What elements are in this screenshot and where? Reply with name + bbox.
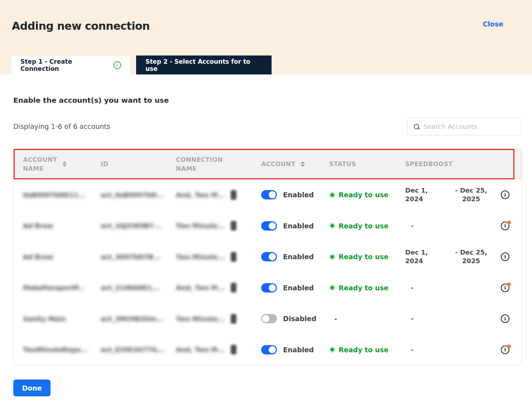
speedboost-cell: -: [405, 284, 499, 292]
toggle-knob: [262, 315, 269, 322]
account-name-cell-redacted: Ad Brew: [23, 222, 101, 229]
notification-dot: [507, 282, 511, 286]
table-row: Ad Brew act_34J33E9B7... Two Minute... E…: [14, 211, 522, 242]
account-name-cell-redacted: MakePassportP...: [23, 284, 101, 291]
status-dot-icon: [329, 192, 335, 198]
status-label: Ready to use: [339, 191, 388, 199]
step-tabs: Step 1 - Create Connection ✓ Step 2 - Se…: [11, 55, 272, 74]
account-toggle[interactable]: [261, 221, 277, 231]
page-title: Adding new connection: [12, 20, 150, 32]
copy-icon-redacted[interactable]: [231, 345, 236, 354]
account-toggle-cell: Enabled: [261, 221, 329, 231]
notification-dot: [507, 344, 511, 348]
toggle-knob: [269, 253, 276, 260]
connection-name-redacted: Two Minute...: [176, 222, 225, 229]
search-icon: [413, 124, 420, 130]
connection-name-redacted: Two Minute...: [176, 315, 225, 323]
table-row: Ad Brew act_3D97bD7B... Two Minute... En…: [14, 241, 522, 272]
sort-icon-account[interactable]: [301, 161, 305, 167]
copy-icon-redacted[interactable]: [231, 314, 236, 324]
speedboost-cell: -: [405, 222, 499, 230]
status-dot-icon: [329, 285, 335, 291]
account-toggle[interactable]: [261, 252, 277, 261]
info-icon[interactable]: i: [501, 222, 509, 230]
row-actions-cell: i: [499, 252, 514, 261]
toggle-state-label: Enabled: [283, 346, 314, 354]
status-dot-icon: [329, 347, 335, 353]
toggle-knob: [269, 346, 276, 353]
status-label: Ready to use: [339, 253, 388, 261]
speedboost-cell: -: [405, 345, 499, 354]
column-header-account: ACCOUNT: [261, 160, 329, 169]
tab-step2-label: Step 2 - Select Accounts for to use: [145, 58, 262, 72]
modal-header-band: Adding new connection Close Step 1 - Cre…: [0, 0, 532, 74]
speedboost-start-date: Dec 1, 2024: [405, 248, 452, 266]
connection-name-cell: Two Minute...: [176, 314, 261, 324]
connection-name-cell: And, Two M...: [176, 190, 261, 200]
info-icon[interactable]: i: [501, 190, 509, 199]
connection-name-redacted: And, Two M...: [176, 284, 225, 291]
toggle-state-label: Enabled: [283, 284, 314, 292]
account-id-cell-redacted: act_E39E3G77G...: [101, 346, 176, 353]
table-row: Sanity Main act_3M29B3Um... Two Minute..…: [14, 303, 522, 334]
copy-icon-redacted[interactable]: [231, 221, 236, 231]
connection-name-redacted: And, Two M...: [176, 346, 225, 353]
row-actions-cell: i: [499, 190, 514, 199]
adding-new-connection-modal: Adding new connection Close Step 1 - Cre…: [0, 0, 532, 406]
account-toggle[interactable]: [261, 190, 277, 199]
table-row: 0aB9997bDE11... act_0aB9997bD... And, Tw…: [14, 179, 522, 211]
toggle-knob: [269, 284, 276, 291]
tab-step1-label: Step 1 - Create Connection: [20, 58, 110, 72]
account-toggle-cell: Enabled: [261, 190, 329, 199]
account-toggle[interactable]: [261, 345, 277, 354]
copy-icon-redacted[interactable]: [231, 190, 236, 200]
column-header-id: ID: [101, 160, 176, 169]
done-button[interactable]: Done: [13, 380, 51, 396]
account-name-cell-redacted: TwoMinuteRepo...: [23, 346, 101, 353]
account-id-cell-redacted: act_3M29B3Um...: [101, 315, 176, 323]
row-actions-cell: i: [499, 284, 514, 292]
info-icon[interactable]: i: [501, 314, 509, 323]
account-toggle-cell: Enabled: [261, 345, 329, 354]
speedboost-cell: -: [405, 314, 499, 323]
connection-name-cell: And, Two M...: [176, 283, 261, 293]
status-cell: Ready to use: [329, 284, 405, 292]
info-icon[interactable]: i: [501, 284, 509, 292]
account-toggle-cell: Disabled: [261, 314, 329, 323]
tab-step2-select-accounts[interactable]: Step 2 - Select Accounts for to use: [136, 55, 272, 74]
row-actions-cell: i: [499, 314, 514, 323]
table-body: 0aB9997bDE11... act_0aB9997bD... And, Tw…: [14, 179, 522, 365]
info-icon[interactable]: i: [501, 345, 509, 354]
search-accounts-box: [407, 118, 522, 135]
account-name-cell-redacted: Ad Brew: [23, 253, 101, 261]
info-icon[interactable]: i: [501, 252, 509, 261]
sort-icon-account-name[interactable]: [62, 161, 67, 167]
column-header-status: STATUS: [329, 160, 405, 169]
copy-icon-redacted[interactable]: [231, 252, 236, 262]
status-cell: -: [329, 315, 405, 323]
table-row: MakePassportP... act_219bbDE1... And, Tw…: [14, 272, 522, 304]
status-cell: Ready to use: [329, 191, 405, 199]
column-header-speedboost: SPEEDBOOST: [405, 160, 499, 169]
account-id-cell-redacted: act_0aB9997bD...: [101, 191, 176, 199]
account-toggle[interactable]: [261, 283, 277, 293]
speedboost-end-date: - Dec 25, 2025: [452, 248, 490, 266]
account-toggle[interactable]: [261, 314, 277, 323]
column-header-connection-name: CONNECTION NAME: [176, 155, 261, 173]
status-label: Ready to use: [339, 222, 388, 230]
connection-name-redacted: And, Two M...: [176, 191, 225, 199]
toggle-knob: [269, 222, 276, 229]
accounts-table: ACCOUNT NAME ID CONNECTION NAME ACCOUNT …: [13, 149, 522, 365]
copy-icon-redacted[interactable]: [231, 283, 236, 293]
toggle-state-label: Enabled: [283, 253, 314, 261]
connection-name-redacted: Two Minute...: [176, 253, 225, 261]
close-button[interactable]: Close: [483, 20, 503, 28]
status-label: Ready to use: [339, 284, 388, 292]
tab-step1-create-connection[interactable]: Step 1 - Create Connection ✓: [11, 55, 131, 74]
status-cell: Ready to use: [329, 346, 405, 354]
toggle-state-label: Enabled: [283, 191, 314, 199]
toggle-state-label: Disabled: [283, 315, 316, 323]
account-id-cell-redacted: act_34J33E9B7...: [101, 222, 176, 229]
search-accounts-input[interactable]: [423, 123, 516, 130]
speedboost-start-date: Dec 1, 2024: [405, 186, 452, 204]
